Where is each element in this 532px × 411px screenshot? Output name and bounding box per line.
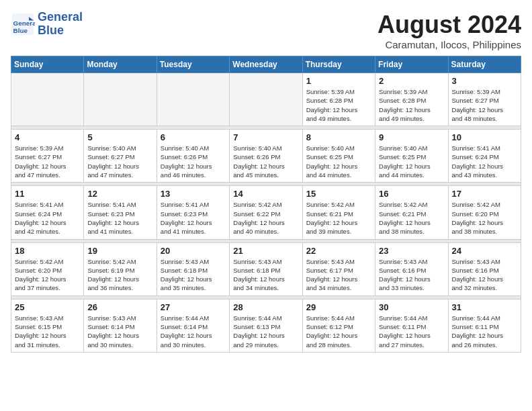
header: General Blue General Blue August 2024 Ca… [11,11,521,50]
calendar-cell: 8Sunrise: 5:40 AM Sunset: 6:25 PM Daylig… [302,130,375,183]
location: Caramutan, Ilocos, Philippines [378,39,521,50]
day-info: Sunrise: 5:44 AM Sunset: 6:13 PM Dayligh… [233,314,298,349]
weekday-header-thursday: Thursday [302,56,375,73]
day-info: Sunrise: 5:41 AM Sunset: 6:24 PM Dayligh… [15,200,80,236]
calendar: SundayMondayTuesdayWednesdayThursdayFrid… [11,56,521,353]
title-section: August 2024 Caramutan, Ilocos, Philippin… [378,11,521,50]
calendar-cell: 29Sunrise: 5:44 AM Sunset: 6:12 PM Dayli… [302,299,375,352]
day-info: Sunrise: 5:44 AM Sunset: 6:11 PM Dayligh… [379,314,444,349]
weekday-header-row: SundayMondayTuesdayWednesdayThursdayFrid… [11,56,521,73]
day-info: Sunrise: 5:42 AM Sunset: 6:21 PM Dayligh… [306,200,371,236]
day-number: 18 [15,246,80,256]
weekday-header-saturday: Saturday [448,56,521,73]
day-number: 1 [306,76,371,86]
day-number: 30 [379,302,444,312]
calendar-cell: 23Sunrise: 5:43 AM Sunset: 6:16 PM Dayli… [375,242,448,295]
calendar-cell: 2Sunrise: 5:39 AM Sunset: 6:28 PM Daylig… [375,73,448,126]
day-info: Sunrise: 5:43 AM Sunset: 6:17 PM Dayligh… [306,257,371,293]
day-number: 17 [452,189,517,199]
day-number: 12 [87,189,152,199]
day-info: Sunrise: 5:41 AM Sunset: 6:24 PM Dayligh… [452,144,517,179]
calendar-cell: 28Sunrise: 5:44 AM Sunset: 6:13 PM Dayli… [230,299,302,352]
calendar-cell: 17Sunrise: 5:42 AM Sunset: 6:20 PM Dayli… [448,186,521,239]
day-number: 3 [452,76,517,86]
day-info: Sunrise: 5:39 AM Sunset: 6:28 PM Dayligh… [379,87,444,123]
day-number: 19 [87,246,152,256]
week-row-5: 25Sunrise: 5:43 AM Sunset: 6:15 PM Dayli… [11,299,521,352]
day-info: Sunrise: 5:40 AM Sunset: 6:27 PM Dayligh… [87,144,152,179]
day-info: Sunrise: 5:44 AM Sunset: 6:12 PM Dayligh… [306,314,371,349]
day-number: 15 [306,189,371,199]
weekday-header-sunday: Sunday [11,56,84,73]
day-number: 8 [306,132,371,142]
day-info: Sunrise: 5:43 AM Sunset: 6:14 PM Dayligh… [87,314,152,349]
calendar-cell: 4Sunrise: 5:39 AM Sunset: 6:27 PM Daylig… [11,130,84,183]
calendar-cell [157,73,229,126]
week-row-2: 4Sunrise: 5:39 AM Sunset: 6:27 PM Daylig… [11,130,521,183]
day-info: Sunrise: 5:42 AM Sunset: 6:20 PM Dayligh… [452,200,517,236]
logo-text: General Blue [38,11,83,38]
day-info: Sunrise: 5:44 AM Sunset: 6:11 PM Dayligh… [452,314,517,349]
calendar-cell: 30Sunrise: 5:44 AM Sunset: 6:11 PM Dayli… [375,299,448,352]
calendar-cell: 6Sunrise: 5:40 AM Sunset: 6:26 PM Daylig… [157,130,229,183]
calendar-cell: 3Sunrise: 5:39 AM Sunset: 6:27 PM Daylig… [448,73,521,126]
day-number: 24 [452,246,517,256]
week-row-1: 1Sunrise: 5:39 AM Sunset: 6:28 PM Daylig… [11,73,521,126]
day-info: Sunrise: 5:39 AM Sunset: 6:28 PM Dayligh… [306,87,371,123]
week-row-4: 18Sunrise: 5:42 AM Sunset: 6:20 PM Dayli… [11,242,521,295]
calendar-cell: 31Sunrise: 5:44 AM Sunset: 6:11 PM Dayli… [448,299,521,352]
day-number: 21 [233,246,298,256]
calendar-cell [84,73,157,126]
calendar-cell: 16Sunrise: 5:42 AM Sunset: 6:21 PM Dayli… [375,186,448,239]
day-number: 9 [379,132,444,142]
weekday-header-wednesday: Wednesday [230,56,302,73]
day-info: Sunrise: 5:40 AM Sunset: 6:26 PM Dayligh… [161,144,226,179]
day-info: Sunrise: 5:40 AM Sunset: 6:25 PM Dayligh… [306,144,371,179]
day-number: 22 [306,246,371,256]
day-info: Sunrise: 5:42 AM Sunset: 6:20 PM Dayligh… [15,257,80,293]
logo: General Blue General Blue [11,11,83,38]
day-number: 10 [452,132,517,142]
day-number: 11 [15,189,80,199]
day-info: Sunrise: 5:42 AM Sunset: 6:21 PM Dayligh… [379,200,444,236]
day-info: Sunrise: 5:43 AM Sunset: 6:18 PM Dayligh… [233,257,298,293]
day-info: Sunrise: 5:43 AM Sunset: 6:16 PM Dayligh… [452,257,517,293]
day-number: 23 [379,246,444,256]
day-info: Sunrise: 5:40 AM Sunset: 6:26 PM Dayligh… [233,144,298,179]
calendar-cell: 11Sunrise: 5:41 AM Sunset: 6:24 PM Dayli… [11,186,84,239]
weekday-header-friday: Friday [375,56,448,73]
day-number: 25 [15,302,80,312]
calendar-cell: 13Sunrise: 5:41 AM Sunset: 6:23 PM Dayli… [157,186,229,239]
calendar-cell: 14Sunrise: 5:42 AM Sunset: 6:22 PM Dayli… [230,186,302,239]
day-info: Sunrise: 5:43 AM Sunset: 6:15 PM Dayligh… [15,314,80,349]
day-info: Sunrise: 5:41 AM Sunset: 6:23 PM Dayligh… [87,200,152,236]
month-year: August 2024 [378,11,521,39]
day-info: Sunrise: 5:42 AM Sunset: 6:22 PM Dayligh… [233,200,298,236]
day-info: Sunrise: 5:43 AM Sunset: 6:18 PM Dayligh… [161,257,226,293]
day-number: 26 [87,302,152,312]
svg-text:Blue: Blue [13,26,28,34]
day-info: Sunrise: 5:39 AM Sunset: 6:27 PM Dayligh… [15,144,80,179]
calendar-cell: 21Sunrise: 5:43 AM Sunset: 6:18 PM Dayli… [230,242,302,295]
day-number: 13 [161,189,226,199]
calendar-cell: 19Sunrise: 5:42 AM Sunset: 6:19 PM Dayli… [84,242,157,295]
calendar-cell: 27Sunrise: 5:44 AM Sunset: 6:14 PM Dayli… [157,299,229,352]
logo-icon: General Blue [11,12,35,36]
calendar-cell: 12Sunrise: 5:41 AM Sunset: 6:23 PM Dayli… [84,186,157,239]
day-info: Sunrise: 5:41 AM Sunset: 6:23 PM Dayligh… [161,200,226,236]
day-number: 14 [233,189,298,199]
calendar-cell: 20Sunrise: 5:43 AM Sunset: 6:18 PM Dayli… [157,242,229,295]
day-info: Sunrise: 5:44 AM Sunset: 6:14 PM Dayligh… [161,314,226,349]
calendar-cell: 25Sunrise: 5:43 AM Sunset: 6:15 PM Dayli… [11,299,84,352]
weekday-header-monday: Monday [84,56,157,73]
calendar-cell: 1Sunrise: 5:39 AM Sunset: 6:28 PM Daylig… [302,73,375,126]
day-number: 7 [233,132,298,142]
calendar-cell: 22Sunrise: 5:43 AM Sunset: 6:17 PM Dayli… [302,242,375,295]
day-number: 16 [379,189,444,199]
weekday-header-tuesday: Tuesday [157,56,229,73]
calendar-cell: 26Sunrise: 5:43 AM Sunset: 6:14 PM Dayli… [84,299,157,352]
calendar-cell: 7Sunrise: 5:40 AM Sunset: 6:26 PM Daylig… [230,130,302,183]
calendar-cell [230,73,302,126]
day-info: Sunrise: 5:42 AM Sunset: 6:19 PM Dayligh… [87,257,152,293]
day-number: 27 [161,302,226,312]
